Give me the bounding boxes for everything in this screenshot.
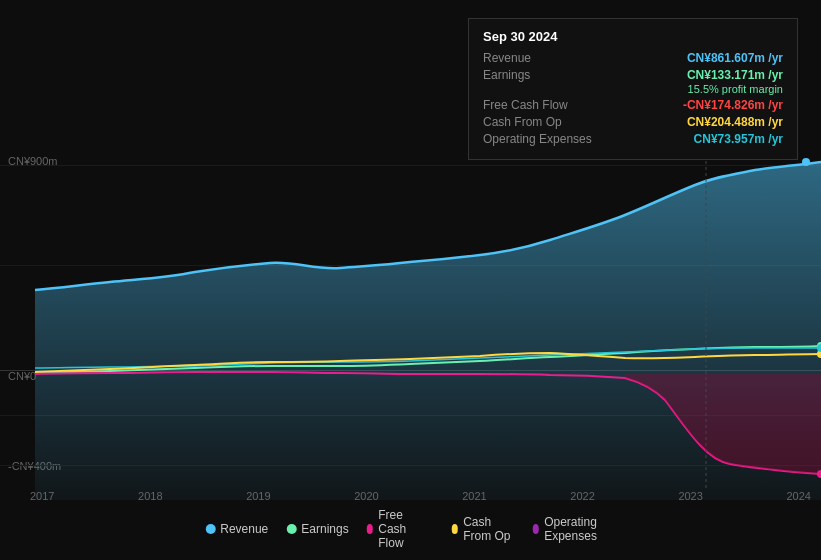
x-label-2017: 2017: [30, 490, 54, 502]
tooltip-earnings-value: CN¥133.171m /yr: [687, 68, 783, 82]
x-label-2022: 2022: [570, 490, 594, 502]
legend-opex[interactable]: Operating Expenses: [533, 515, 616, 543]
profit-margin-text: 15.5% profit margin: [688, 83, 783, 95]
legend-label-revenue: Revenue: [220, 522, 268, 536]
x-label-2019: 2019: [246, 490, 270, 502]
tooltip-earnings-label: Earnings: [483, 68, 613, 82]
tooltip-cashop-row: Cash From Op CN¥204.488m /yr: [483, 115, 783, 129]
chart-container: Sep 30 2024 Revenue CN¥861.607m /yr Earn…: [0, 0, 821, 560]
tooltip-cashop-value: CN¥204.488m /yr: [687, 115, 783, 129]
tooltip-fcf-label: Free Cash Flow: [483, 98, 613, 112]
profit-margin-row: 15.5% profit margin: [483, 83, 783, 95]
x-label-2018: 2018: [138, 490, 162, 502]
legend-earnings[interactable]: Earnings: [286, 522, 348, 536]
legend-dot-cashop: [452, 524, 459, 534]
legend-label-fcf: Free Cash Flow: [378, 508, 433, 550]
x-label-2020: 2020: [354, 490, 378, 502]
x-label-2023: 2023: [678, 490, 702, 502]
svg-point-1: [802, 158, 810, 166]
legend-revenue[interactable]: Revenue: [205, 522, 268, 536]
tooltip-fcf-row: Free Cash Flow -CN¥174.826m /yr: [483, 98, 783, 112]
tooltip-opex-row: Operating Expenses CN¥73.957m /yr: [483, 132, 783, 146]
tooltip-date: Sep 30 2024: [483, 29, 783, 44]
tooltip-revenue-value: CN¥861.607m /yr: [687, 51, 783, 65]
tooltip-revenue-label: Revenue: [483, 51, 613, 65]
legend-cashop[interactable]: Cash From Op: [452, 515, 515, 543]
tooltip-opex-label: Operating Expenses: [483, 132, 613, 146]
tooltip-opex-value: CN¥73.957m /yr: [694, 132, 783, 146]
chart-legend: Revenue Earnings Free Cash Flow Cash Fro…: [205, 508, 616, 550]
legend-label-earnings: Earnings: [301, 522, 348, 536]
x-label-2024: 2024: [786, 490, 810, 502]
legend-label-cashop: Cash From Op: [463, 515, 514, 543]
legend-label-opex: Operating Expenses: [544, 515, 616, 543]
tooltip-cashop-label: Cash From Op: [483, 115, 613, 129]
tooltip-fcf-value: -CN¥174.826m /yr: [683, 98, 783, 112]
legend-dot-revenue: [205, 524, 215, 534]
tooltip-box: Sep 30 2024 Revenue CN¥861.607m /yr Earn…: [468, 18, 798, 160]
tooltip-earnings-row: Earnings CN¥133.171m /yr: [483, 68, 783, 82]
legend-dot-fcf: [367, 524, 374, 534]
legend-dot-opex: [533, 524, 540, 534]
x-label-2021: 2021: [462, 490, 486, 502]
legend-dot-earnings: [286, 524, 296, 534]
tooltip-revenue-row: Revenue CN¥861.607m /yr: [483, 51, 783, 65]
x-axis-labels: 2017 2018 2019 2020 2021 2022 2023 2024: [30, 490, 811, 502]
legend-fcf[interactable]: Free Cash Flow: [367, 508, 434, 550]
